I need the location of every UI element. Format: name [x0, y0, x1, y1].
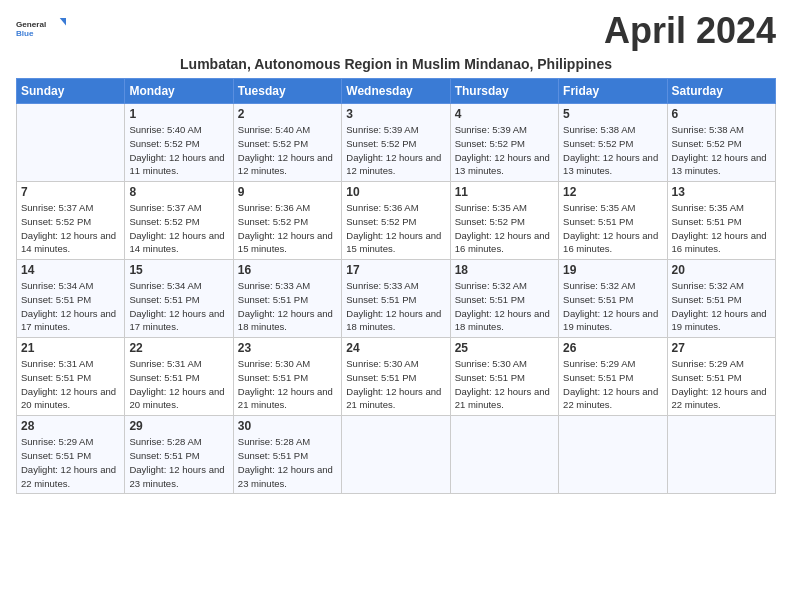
calendar-cell: 10 Sunrise: 5:36 AM Sunset: 5:52 PM Dayl…: [342, 182, 450, 260]
sunset-label: Sunset: 5:51 PM: [129, 294, 199, 305]
day-number: 10: [346, 185, 445, 199]
svg-text:Blue: Blue: [16, 29, 34, 38]
calendar-cell: 19 Sunrise: 5:32 AM Sunset: 5:51 PM Dayl…: [559, 260, 667, 338]
day-number: 18: [455, 263, 554, 277]
sunset-label: Sunset: 5:52 PM: [346, 216, 416, 227]
calendar-cell: [342, 416, 450, 494]
sunrise-label: Sunrise: 5:28 AM: [129, 436, 201, 447]
sunrise-label: Sunrise: 5:29 AM: [672, 358, 744, 369]
day-info: Sunrise: 5:29 AM Sunset: 5:51 PM Dayligh…: [563, 357, 662, 412]
calendar-cell: 2 Sunrise: 5:40 AM Sunset: 5:52 PM Dayli…: [233, 104, 341, 182]
sunset-label: Sunset: 5:51 PM: [238, 450, 308, 461]
day-number: 21: [21, 341, 120, 355]
daylight-label: Daylight: 12 hours and 22 minutes.: [563, 386, 658, 411]
day-number: 28: [21, 419, 120, 433]
day-info: Sunrise: 5:33 AM Sunset: 5:51 PM Dayligh…: [238, 279, 337, 334]
sunset-label: Sunset: 5:52 PM: [238, 138, 308, 149]
calendar-cell: 12 Sunrise: 5:35 AM Sunset: 5:51 PM Dayl…: [559, 182, 667, 260]
daylight-label: Daylight: 12 hours and 19 minutes.: [672, 308, 767, 333]
sunrise-label: Sunrise: 5:34 AM: [129, 280, 201, 291]
daylight-label: Daylight: 12 hours and 12 minutes.: [346, 152, 441, 177]
sunrise-label: Sunrise: 5:36 AM: [346, 202, 418, 213]
day-info: Sunrise: 5:36 AM Sunset: 5:52 PM Dayligh…: [238, 201, 337, 256]
calendar-cell: 30 Sunrise: 5:28 AM Sunset: 5:51 PM Dayl…: [233, 416, 341, 494]
sunset-label: Sunset: 5:51 PM: [129, 372, 199, 383]
day-info: Sunrise: 5:36 AM Sunset: 5:52 PM Dayligh…: [346, 201, 445, 256]
sunrise-label: Sunrise: 5:29 AM: [563, 358, 635, 369]
day-info: Sunrise: 5:28 AM Sunset: 5:51 PM Dayligh…: [129, 435, 228, 490]
sunset-label: Sunset: 5:51 PM: [346, 294, 416, 305]
daylight-label: Daylight: 12 hours and 16 minutes.: [563, 230, 658, 255]
day-info: Sunrise: 5:38 AM Sunset: 5:52 PM Dayligh…: [563, 123, 662, 178]
sunrise-label: Sunrise: 5:35 AM: [455, 202, 527, 213]
sunrise-label: Sunrise: 5:38 AM: [672, 124, 744, 135]
day-info: Sunrise: 5:29 AM Sunset: 5:51 PM Dayligh…: [21, 435, 120, 490]
day-number: 4: [455, 107, 554, 121]
daylight-label: Daylight: 12 hours and 20 minutes.: [129, 386, 224, 411]
calendar-cell: 1 Sunrise: 5:40 AM Sunset: 5:52 PM Dayli…: [125, 104, 233, 182]
sunset-label: Sunset: 5:51 PM: [563, 294, 633, 305]
sunset-label: Sunset: 5:52 PM: [563, 138, 633, 149]
sunset-label: Sunset: 5:52 PM: [455, 138, 525, 149]
sunrise-label: Sunrise: 5:34 AM: [21, 280, 93, 291]
day-info: Sunrise: 5:32 AM Sunset: 5:51 PM Dayligh…: [563, 279, 662, 334]
day-number: 15: [129, 263, 228, 277]
day-header-saturday: Saturday: [667, 79, 775, 104]
calendar-cell: 3 Sunrise: 5:39 AM Sunset: 5:52 PM Dayli…: [342, 104, 450, 182]
calendar-cell: 21 Sunrise: 5:31 AM Sunset: 5:51 PM Dayl…: [17, 338, 125, 416]
day-info: Sunrise: 5:30 AM Sunset: 5:51 PM Dayligh…: [238, 357, 337, 412]
svg-marker-2: [60, 18, 66, 26]
calendar-cell: 28 Sunrise: 5:29 AM Sunset: 5:51 PM Dayl…: [17, 416, 125, 494]
daylight-label: Daylight: 12 hours and 22 minutes.: [21, 464, 116, 489]
day-info: Sunrise: 5:35 AM Sunset: 5:51 PM Dayligh…: [672, 201, 771, 256]
sunrise-label: Sunrise: 5:40 AM: [129, 124, 201, 135]
day-number: 1: [129, 107, 228, 121]
sunrise-label: Sunrise: 5:30 AM: [346, 358, 418, 369]
day-number: 29: [129, 419, 228, 433]
calendar-cell: [450, 416, 558, 494]
daylight-label: Daylight: 12 hours and 21 minutes.: [346, 386, 441, 411]
day-info: Sunrise: 5:40 AM Sunset: 5:52 PM Dayligh…: [129, 123, 228, 178]
calendar-cell: 26 Sunrise: 5:29 AM Sunset: 5:51 PM Dayl…: [559, 338, 667, 416]
sunset-label: Sunset: 5:51 PM: [672, 294, 742, 305]
daylight-label: Daylight: 12 hours and 14 minutes.: [21, 230, 116, 255]
sunrise-label: Sunrise: 5:37 AM: [129, 202, 201, 213]
sunset-label: Sunset: 5:52 PM: [346, 138, 416, 149]
day-number: 22: [129, 341, 228, 355]
day-info: Sunrise: 5:35 AM Sunset: 5:51 PM Dayligh…: [563, 201, 662, 256]
calendar-cell: 16 Sunrise: 5:33 AM Sunset: 5:51 PM Dayl…: [233, 260, 341, 338]
day-number: 14: [21, 263, 120, 277]
day-number: 13: [672, 185, 771, 199]
calendar-cell: [667, 416, 775, 494]
calendar-week-1: 1 Sunrise: 5:40 AM Sunset: 5:52 PM Dayli…: [17, 104, 776, 182]
daylight-label: Daylight: 12 hours and 21 minutes.: [238, 386, 333, 411]
day-info: Sunrise: 5:29 AM Sunset: 5:51 PM Dayligh…: [672, 357, 771, 412]
day-number: 5: [563, 107, 662, 121]
day-number: 24: [346, 341, 445, 355]
day-number: 9: [238, 185, 337, 199]
logo-svg: General Blue: [16, 10, 66, 46]
sunset-label: Sunset: 5:52 PM: [129, 216, 199, 227]
calendar-cell: 11 Sunrise: 5:35 AM Sunset: 5:52 PM Dayl…: [450, 182, 558, 260]
sunrise-label: Sunrise: 5:33 AM: [238, 280, 310, 291]
daylight-label: Daylight: 12 hours and 13 minutes.: [563, 152, 658, 177]
calendar-cell: 4 Sunrise: 5:39 AM Sunset: 5:52 PM Dayli…: [450, 104, 558, 182]
day-info: Sunrise: 5:31 AM Sunset: 5:51 PM Dayligh…: [129, 357, 228, 412]
sunset-label: Sunset: 5:51 PM: [129, 450, 199, 461]
day-number: 17: [346, 263, 445, 277]
day-header-thursday: Thursday: [450, 79, 558, 104]
daylight-label: Daylight: 12 hours and 15 minutes.: [346, 230, 441, 255]
daylight-label: Daylight: 12 hours and 15 minutes.: [238, 230, 333, 255]
calendar-cell: 9 Sunrise: 5:36 AM Sunset: 5:52 PM Dayli…: [233, 182, 341, 260]
day-number: 30: [238, 419, 337, 433]
sunset-label: Sunset: 5:51 PM: [672, 372, 742, 383]
sunrise-label: Sunrise: 5:32 AM: [455, 280, 527, 291]
day-number: 11: [455, 185, 554, 199]
day-number: 2: [238, 107, 337, 121]
daylight-label: Daylight: 12 hours and 17 minutes.: [21, 308, 116, 333]
sunset-label: Sunset: 5:51 PM: [238, 372, 308, 383]
day-number: 6: [672, 107, 771, 121]
sunrise-label: Sunrise: 5:31 AM: [129, 358, 201, 369]
day-number: 3: [346, 107, 445, 121]
day-info: Sunrise: 5:37 AM Sunset: 5:52 PM Dayligh…: [21, 201, 120, 256]
